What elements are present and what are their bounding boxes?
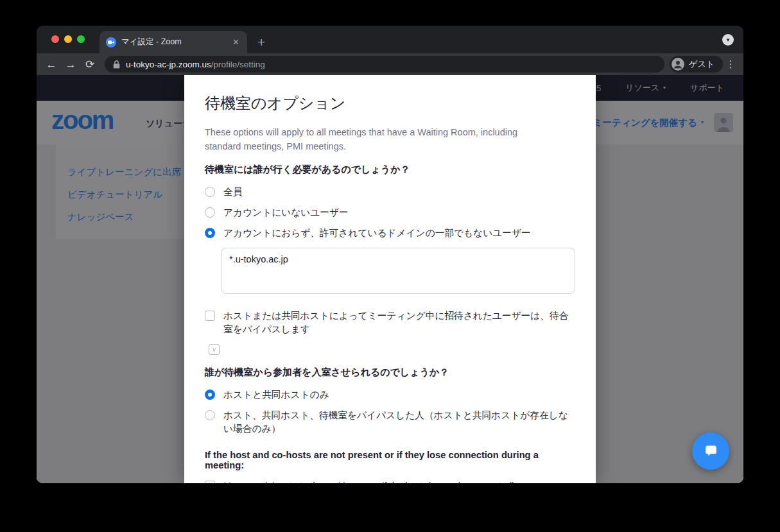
checkbox-icon: [205, 481, 215, 483]
q3-label: If the host and co-hosts are not present…: [205, 450, 575, 470]
bypass-waiting-room-checkbox[interactable]: ホストまたは共同ホストによってミーティング中に招待されたユーザーは、待合室をバイ…: [205, 309, 575, 336]
new-tab-button[interactable]: +: [257, 35, 265, 49]
tab-title: マイ設定 - Zoom: [121, 37, 226, 47]
person-icon: [672, 58, 684, 71]
browser-window: マイ設定 - Zoom ✕ + ▾ ← → ⟳ u-tokyo-ac-jp.zo…: [37, 26, 743, 483]
url-host: u-tokyo-ac-jp.zoom.us: [126, 60, 211, 69]
profile-guest-button[interactable]: ゲスト: [670, 56, 723, 73]
radio-users-not-in-account[interactable]: アカウントにいないユーザー: [205, 206, 575, 219]
browser-tab[interactable]: マイ設定 - Zoom ✕: [100, 31, 247, 53]
radio-icon: [205, 410, 215, 420]
page-viewport: 88.799.0125 リソース ▾ サポート zoom ソリューシ ミーティン…: [37, 75, 743, 483]
zoom-window-button[interactable]: [77, 35, 85, 43]
window-controls: [51, 35, 85, 43]
radio-users-not-in-allowed-domains[interactable]: アカウントにおらず、許可されているドメインの一部でもないユーザー: [205, 227, 575, 240]
tab-search-chevron-icon[interactable]: ▾: [722, 34, 734, 46]
radio-icon: [205, 390, 215, 400]
allowed-domains-input[interactable]: *.u-tokyo.ac.jp: [221, 248, 575, 294]
radio-icon: [205, 207, 215, 218]
lock-icon[interactable]: [113, 60, 120, 69]
move-to-waiting-room-checkbox[interactable]: Move participants to the waiting room if…: [205, 479, 575, 483]
zoom-favicon-icon: [106, 37, 116, 47]
radio-icon: [205, 187, 215, 197]
radio-host-cohosts-only[interactable]: ホストと共同ホストのみ: [205, 388, 575, 402]
minimize-window-button[interactable]: [64, 35, 72, 43]
back-button[interactable]: ←: [42, 59, 61, 70]
tab-close-icon[interactable]: ✕: [231, 37, 241, 47]
chat-bubble-icon: [702, 443, 720, 460]
address-bar[interactable]: u-tokyo-ac-jp.zoom.us/profile/setting: [105, 56, 664, 73]
waiting-room-options-dialog: 待機室のオプション These options will apply to al…: [184, 75, 596, 483]
guest-label: ゲスト: [689, 58, 715, 70]
browser-menu-icon[interactable]: ⋮: [723, 58, 738, 70]
dialog-description: These options will apply to all meetings…: [205, 125, 555, 153]
checkbox-icon: [205, 311, 215, 321]
q2-label: 誰が待機室から参加者を入室させられるのでしょうか？: [205, 366, 575, 379]
radio-icon: [205, 228, 215, 238]
browser-toolbar: ← → ⟳ u-tokyo-ac-jp.zoom.us/profile/sett…: [37, 53, 743, 75]
dialog-title: 待機室のオプション: [205, 75, 575, 114]
broken-image-icon: v: [209, 344, 220, 355]
radio-host-cohosts-bypassers[interactable]: ホスト、共同ホスト、待機室をバイパスした人（ホストと共同ホストが存在しない場合の…: [205, 409, 575, 436]
url-path: /profile/setting: [211, 60, 265, 69]
reload-button[interactable]: ⟳: [80, 59, 100, 70]
q1-label: 待機室には誰が行く必要があるのでしょうか？: [205, 164, 575, 176]
tab-strip: マイ設定 - Zoom ✕ + ▾: [37, 26, 743, 53]
radio-everyone[interactable]: 全員: [205, 185, 575, 199]
chat-fab-button[interactable]: [692, 433, 729, 470]
forward-button[interactable]: →: [61, 59, 80, 70]
close-window-button[interactable]: [51, 35, 59, 43]
